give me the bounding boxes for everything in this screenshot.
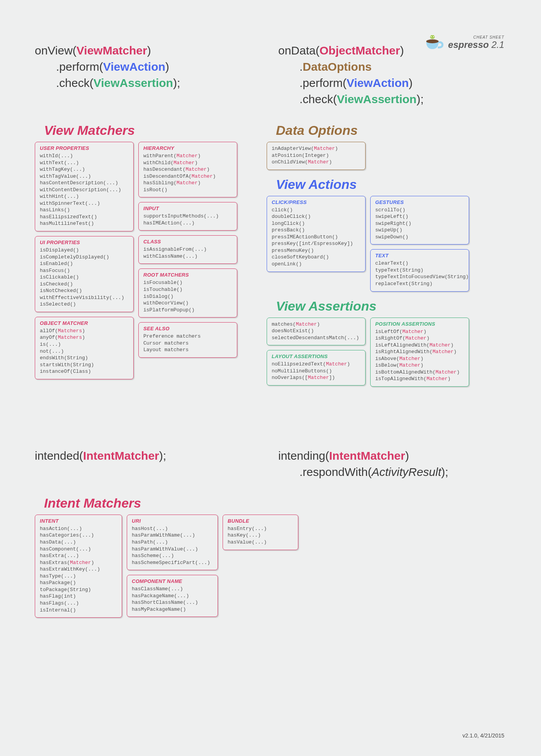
- card-text-actions: TEXT clearText() typeText(String) typeTe…: [370, 249, 469, 291]
- card-data-options: inAdapterView(Matcher) atPosition(Intege…: [267, 142, 366, 170]
- card-position-assertions: POSITION ASSERTIONS isLeftOf(Matcher) is…: [370, 318, 469, 387]
- main-sections: View Matchers USER PROPERTIES withId(...…: [35, 123, 506, 394]
- view-actions-section: View Actions CLICK/PRESS click() doubleC…: [267, 177, 506, 292]
- card-component-name: COMPONENT NAME hasClassName(...) hasPack…: [127, 575, 218, 617]
- view-matchers-title: View Matchers: [35, 123, 251, 138]
- card-hierarchy: HIERARCHY withParent(Matcher) withChild(…: [138, 142, 237, 197]
- card-intent: INTENT hasAction(...) hasCategories(...)…: [35, 515, 122, 618]
- api-signatures-intent: intended(IntentMatcher); intending(Inten…: [35, 448, 506, 480]
- card-root-matchers: ROOT MATCHERS isFocusable() isTouchable(…: [138, 268, 237, 318]
- card-gestures: GESTURES scrollTo() swipeLeft() swipeRig…: [370, 196, 469, 245]
- svg-point-4: [426, 39, 439, 43]
- intent-matchers-title: Intent Matchers: [35, 496, 506, 511]
- card-layout-assertions: LAYOUT ASSERTIONS noEllipseizedText(Matc…: [267, 350, 366, 386]
- cheat-sheet-label: CHEAT SHEET: [473, 35, 504, 39]
- card-class: CLASS isAssignableFrom(...) withClassNam…: [138, 235, 237, 264]
- espresso-cup-icon: [424, 33, 445, 52]
- footer-version: v2.1.0, 4/21/2015: [463, 732, 504, 739]
- card-ui-properties: UI PROPERTIES isDisplayed() isCompletely…: [35, 236, 134, 312]
- card-click-press: CLICK/PRESS click() doubleClick() longCl…: [267, 196, 366, 272]
- data-options-title: Data Options: [267, 123, 506, 138]
- card-input: INPUT supportsInputMethods(...) hasIMEAc…: [138, 202, 237, 231]
- card-uri: URI hasHost(...) hasParamWithName(...) h…: [127, 515, 218, 570]
- logo: CHEAT SHEET espresso 2.1: [424, 33, 504, 52]
- ondata-signature: onData(ObjectMatcher) .DataOptions .perf…: [278, 42, 506, 107]
- svg-rect-1: [431, 35, 434, 36]
- intended-signature: intended(IntentMatcher);: [35, 448, 263, 480]
- data-options-section: Data Options inAdapterView(Matcher) atPo…: [267, 123, 506, 170]
- api-signatures-top: onView(ViewMatcher) .perform(ViewAction)…: [35, 42, 506, 107]
- intending-signature: intending(IntentMatcher) .respondWith(Ac…: [278, 448, 506, 480]
- intent-matchers-section: Intent Matchers INTENT hasAction(...) ha…: [35, 496, 506, 618]
- card-see-also: SEE ALSO Preference matchers Cursor matc…: [138, 322, 237, 358]
- espresso-title: espresso 2.1: [448, 39, 504, 50]
- view-matchers-section: View Matchers USER PROPERTIES withId(...…: [35, 123, 251, 379]
- card-bundle: BUNDLE hasEntry(...) hasKey(...) hasValu…: [223, 515, 298, 550]
- svg-point-3: [433, 36, 434, 37]
- card-user-properties: USER PROPERTIES withId(...) withText(...…: [35, 142, 134, 231]
- onview-signature: onView(ViewMatcher) .perform(ViewAction)…: [35, 42, 263, 107]
- card-object-matcher: OBJECT MATCHER allOf(Matchers) anyOf(Mat…: [35, 317, 134, 379]
- view-assertions-section: View Assertions matches(Matcher) doesNot…: [267, 299, 506, 387]
- card-assertions-main: matches(Matcher) doesNotExist() selected…: [267, 318, 366, 346]
- view-assertions-title: View Assertions: [267, 299, 506, 314]
- svg-point-2: [430, 36, 431, 37]
- view-actions-title: View Actions: [267, 177, 506, 192]
